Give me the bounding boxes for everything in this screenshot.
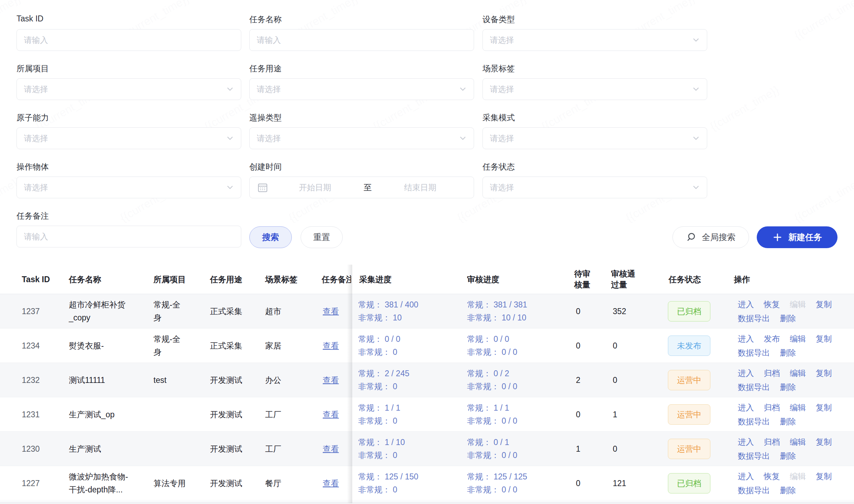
action-export[interactable]: 数据导出	[738, 486, 770, 495]
action-export[interactable]: 数据导出	[738, 451, 770, 460]
table-row: 1234 熨烫衣服- 常规-全 身 正式采集 家居 查看 常规： 0 / 0 非…	[0, 329, 854, 363]
select-placeholder: 请选择	[490, 133, 514, 144]
search-button[interactable]: 搜索	[249, 226, 292, 248]
action-publish[interactable]: 发布	[764, 334, 780, 343]
task-status-select[interactable]: 请选择	[482, 177, 707, 198]
global-search-button[interactable]: 全局搜索	[672, 226, 749, 248]
action-export[interactable]: 数据导出	[738, 383, 770, 392]
status-badge: 未发布	[668, 336, 710, 356]
col-header-review-progress: 审核进度	[467, 274, 499, 285]
action-restore[interactable]: 恢复	[764, 472, 780, 481]
cell-collect-progress: 常规： 2 / 245 非常规： 0	[358, 367, 464, 393]
scene-tag-select[interactable]: 请选择	[482, 78, 707, 100]
action-enter[interactable]: 进入	[738, 369, 754, 378]
action-copy[interactable]: 复制	[816, 472, 832, 481]
action-edit[interactable]: 编辑	[790, 403, 806, 412]
task-remark-input[interactable]	[17, 226, 241, 247]
action-delete[interactable]: 删除	[780, 314, 796, 323]
view-remark-link[interactable]: 查看	[323, 478, 339, 488]
action-delete[interactable]: 删除	[780, 417, 796, 426]
table-row: 1227 微波炉加热食物- 干扰-depth降... 算法专用 开发测试 餐厅 …	[0, 466, 854, 500]
cell-scene: 超市	[265, 305, 314, 318]
device-type-select[interactable]: 请选择	[482, 29, 707, 51]
field-label: 任务状态	[482, 161, 707, 172]
cell-pending-count: 0	[576, 408, 604, 421]
cell-project: 算法专用	[153, 477, 199, 490]
reset-button[interactable]: 重置	[301, 226, 343, 248]
task-name-input[interactable]	[249, 29, 474, 51]
object-select[interactable]: 请选择	[17, 177, 241, 198]
chevron-down-icon	[458, 134, 467, 143]
action-export[interactable]: 数据导出	[738, 314, 770, 323]
cell-collect-progress: 常规： 0 / 0 非常规： 0	[358, 333, 464, 359]
action-archive[interactable]: 归档	[764, 369, 780, 378]
row-actions: 进入 恢复 编辑 复制 数据导出 删除	[738, 472, 847, 495]
action-copy[interactable]: 复制	[816, 334, 832, 343]
action-copy[interactable]: 复制	[816, 300, 832, 309]
task-id-input[interactable]	[17, 29, 241, 51]
cell-review-progress: 常规： 0 / 2 非常规： 0 / 0	[467, 367, 572, 393]
cell-task-id: 1234	[22, 339, 40, 352]
action-enter[interactable]: 进入	[738, 437, 754, 446]
action-delete[interactable]: 删除	[780, 486, 796, 495]
view-remark-link[interactable]: 查看	[323, 444, 339, 453]
field-label: Task ID	[17, 14, 241, 24]
action-export[interactable]: 数据导出	[738, 417, 770, 426]
action-edit[interactable]: 编辑	[790, 300, 806, 309]
cell-project: 常规-全 身	[153, 298, 199, 324]
cell-approved-count: 121	[613, 477, 655, 490]
date-range-input[interactable]: 开始日期 至 结束日期	[249, 177, 474, 198]
action-archive[interactable]: 归档	[764, 437, 780, 446]
teleop-type-select[interactable]: 请选择	[249, 127, 474, 149]
action-delete[interactable]: 删除	[780, 383, 796, 392]
status-badge: 运营中	[668, 404, 710, 425]
row-actions: 进入 归档 编辑 复制 数据导出 删除	[738, 369, 847, 392]
filter-field-create-time: 创建时间 开始日期 至 结束日期	[249, 161, 474, 198]
col-header-project: 所属项目	[153, 274, 186, 285]
action-copy[interactable]: 复制	[816, 403, 832, 412]
project-select[interactable]: 请选择	[17, 78, 241, 100]
table-row: 1237 超市冷鲜柜补货 _copy 常规-全 身 正式采集 超市 查看 常规：…	[0, 294, 854, 329]
view-remark-link[interactable]: 查看	[323, 375, 339, 384]
cell-purpose: 开发测试	[210, 477, 259, 490]
filter-field-teleop-type: 遥操类型 请选择	[249, 112, 474, 149]
action-enter[interactable]: 进入	[738, 300, 754, 309]
cell-task-id: 1232	[22, 373, 40, 386]
col-header-task-id: Task ID	[22, 274, 50, 285]
select-placeholder: 请选择	[257, 84, 281, 95]
filter-field-task-id: Task ID	[17, 14, 241, 51]
col-header-remark: 任务备注	[322, 274, 351, 285]
filter-field-device-type: 设备类型 请选择	[482, 14, 707, 51]
chevron-down-icon	[225, 85, 235, 94]
cell-approved-count: 352	[613, 305, 655, 318]
action-enter[interactable]: 进入	[738, 334, 754, 343]
cell-review-progress: 常规： 125 / 125 非常规： 0 / 0	[467, 470, 572, 496]
action-export[interactable]: 数据导出	[738, 348, 770, 357]
action-edit[interactable]: 编辑	[790, 472, 806, 481]
action-delete[interactable]: 删除	[780, 451, 796, 460]
filter-field-object: 操作物体 请选择	[17, 161, 241, 198]
action-edit[interactable]: 编辑	[790, 334, 806, 343]
atomic-ability-select[interactable]: 请选择	[17, 127, 241, 149]
chevron-down-icon	[225, 183, 235, 192]
action-edit[interactable]: 编辑	[790, 437, 806, 446]
action-edit[interactable]: 编辑	[790, 369, 806, 378]
cell-purpose: 开发测试	[210, 442, 259, 455]
action-enter[interactable]: 进入	[738, 403, 754, 412]
purpose-select[interactable]: 请选择	[249, 78, 474, 100]
action-copy[interactable]: 复制	[816, 369, 832, 378]
action-copy[interactable]: 复制	[816, 437, 832, 446]
action-restore[interactable]: 恢复	[764, 300, 780, 309]
view-remark-link[interactable]: 查看	[323, 306, 339, 316]
view-remark-link[interactable]: 查看	[323, 410, 339, 419]
field-label: 场景标签	[482, 63, 707, 73]
new-task-button[interactable]: 新建任务	[757, 226, 837, 248]
cell-scene: 工厂	[265, 442, 314, 455]
filter-field-task-name: 任务名称	[249, 14, 474, 51]
date-to-label: 至	[364, 182, 372, 193]
collect-mode-select[interactable]: 请选择	[482, 127, 707, 149]
action-delete[interactable]: 删除	[780, 348, 796, 357]
action-archive[interactable]: 归档	[764, 403, 780, 412]
action-enter[interactable]: 进入	[738, 472, 754, 481]
view-remark-link[interactable]: 查看	[323, 341, 339, 350]
